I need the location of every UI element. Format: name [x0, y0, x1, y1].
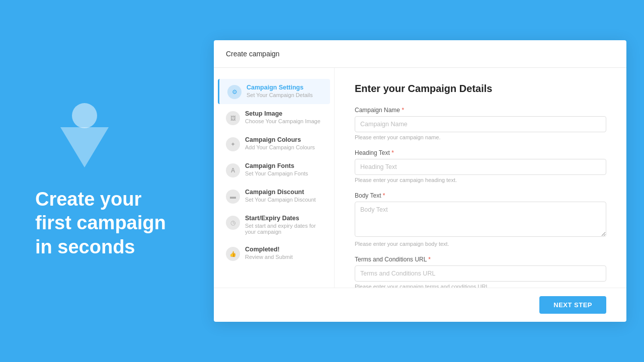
step-desc: Set Your Campaign Discount [245, 197, 316, 203]
campaign-name-hint: Please enter your campaign name. [355, 134, 606, 140]
colors-icon [226, 137, 240, 151]
campaign-name-group: Campaign Name * Please enter your campai… [355, 107, 606, 140]
logo [60, 103, 109, 167]
step-desc: Add Your Campaign Colours [245, 144, 315, 150]
step-text: Setup Image Choose Your Campaign Image [245, 110, 320, 124]
step-campaign-settings[interactable]: Campaign Settings Set Your Campaign Deta… [218, 79, 330, 104]
step-text: Campaign Settings Set Your Campaign Deta… [247, 84, 312, 98]
step-desc: Set Your Campaign Details [247, 92, 312, 98]
body-text-hint: Please enter your campaign body text. [355, 241, 606, 247]
settings-icon [227, 85, 242, 99]
card-body: Campaign Settings Set Your Campaign Deta… [214, 68, 626, 288]
step-name: Campaign Colours [245, 136, 315, 143]
step-desc: Set Your Campaign Fonts [245, 170, 308, 176]
step-desc: Set start and expiry dates for your camp… [245, 223, 322, 235]
required-star: * [428, 256, 431, 263]
card-header: Create campaign [214, 40, 626, 68]
dates-icon [226, 216, 240, 230]
body-text-label: Body Text * [355, 192, 606, 199]
form-heading: Enter your Campaign Details [355, 83, 606, 95]
step-name: Start/Expiry Dates [245, 215, 322, 222]
step-start-expiry-dates[interactable]: Start/Expiry Dates Set start and expiry … [218, 210, 330, 240]
terms-url-group: Terms and Conditions URL * Please enter … [355, 256, 606, 288]
terms-url-input[interactable] [355, 265, 606, 282]
form-area: Enter your Campaign Details Campaign Nam… [335, 68, 626, 288]
card-title: Create campaign [226, 50, 280, 58]
body-text-group: Body Text * Please enter your campaign b… [355, 192, 606, 247]
step-text: Completed! Review and Submit [245, 246, 293, 260]
heading-text-hint: Please enter your campaign heading text. [355, 177, 606, 183]
step-name: Completed! [245, 246, 293, 253]
step-text: Campaign Colours Add Your Campaign Colou… [245, 136, 315, 150]
logo-circle [72, 103, 97, 128]
fonts-icon [226, 163, 240, 177]
next-step-button[interactable]: NEXT STEP [539, 296, 606, 314]
step-desc: Review and Submit [245, 254, 293, 260]
step-campaign-discount[interactable]: Campaign Discount Set Your Campaign Disc… [218, 184, 330, 209]
step-name: Campaign Discount [245, 189, 316, 196]
step-desc: Choose Your Campaign Image [245, 118, 320, 124]
campaign-name-input[interactable] [355, 116, 606, 132]
step-text: Start/Expiry Dates Set start and expiry … [245, 215, 322, 235]
left-panel: Create yourfirst campaignin seconds [0, 0, 211, 362]
required-star: * [383, 192, 385, 199]
main-card: Create campaign Campaign Settings Set Yo… [214, 40, 626, 322]
step-completed[interactable]: Completed! Review and Submit [218, 241, 330, 266]
body-text-input[interactable] [355, 202, 606, 237]
card-footer: NEXT STEP [214, 288, 626, 322]
terms-url-hint: Please enter your campaign terms and con… [355, 284, 606, 288]
heading-text-group: Heading Text * Please enter your campaig… [355, 149, 606, 183]
required-star: * [401, 107, 404, 114]
step-text: Campaign Discount Set Your Campaign Disc… [245, 189, 316, 203]
hero-text: Create yourfirst campaignin seconds [35, 188, 166, 259]
image-icon [226, 111, 240, 125]
logo-triangle [60, 127, 109, 167]
complete-icon [226, 247, 240, 261]
step-campaign-fonts[interactable]: Campaign Fonts Set Your Campaign Fonts [218, 157, 330, 183]
step-text: Campaign Fonts Set Your Campaign Fonts [245, 162, 308, 176]
campaign-name-label: Campaign Name * [355, 107, 606, 114]
step-setup-image[interactable]: Setup Image Choose Your Campaign Image [218, 105, 330, 130]
terms-url-label: Terms and Conditions URL * [355, 256, 606, 263]
heading-text-label: Heading Text * [355, 149, 606, 156]
steps-sidebar: Campaign Settings Set Your Campaign Deta… [214, 68, 335, 288]
discount-icon [226, 190, 240, 204]
step-name: Campaign Settings [247, 84, 312, 91]
step-name: Campaign Fonts [245, 162, 308, 169]
heading-text-input[interactable] [355, 159, 606, 175]
required-star: * [391, 149, 394, 156]
step-name: Setup Image [245, 110, 320, 117]
step-campaign-colours[interactable]: Campaign Colours Add Your Campaign Colou… [218, 131, 330, 156]
